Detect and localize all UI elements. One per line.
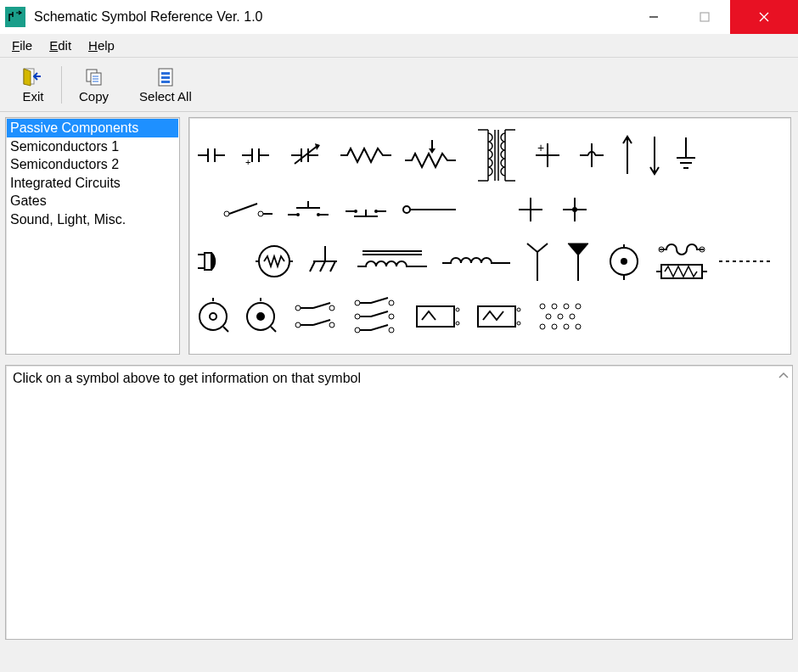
svg-rect-10 <box>161 72 170 75</box>
symbol-relay-spdt[interactable] <box>289 300 340 333</box>
svg-point-57 <box>389 328 394 333</box>
toolbar-separator <box>61 66 62 104</box>
symbol-terminal[interactable] <box>400 201 459 218</box>
symbol-ic-pins[interactable] <box>534 298 582 335</box>
svg-point-24 <box>317 213 320 216</box>
category-item-passive[interactable]: Passive Components <box>7 119 178 137</box>
category-item-sound[interactable]: Sound, Light, Misc. <box>7 210 178 229</box>
symbol-coax-open[interactable] <box>194 298 232 335</box>
symbol-arrow-up[interactable] <box>619 133 636 177</box>
symbol-inductor[interactable] <box>441 251 512 272</box>
category-list[interactable]: Passive Components Semiconductors 1 Semi… <box>5 117 180 355</box>
svg-point-73 <box>564 324 569 329</box>
svg-rect-12 <box>161 81 170 83</box>
symbol-node-cross-1[interactable]: + <box>531 138 565 172</box>
symbol-panel: + + <box>188 117 791 355</box>
svg-point-74 <box>576 324 581 329</box>
category-item-semi1[interactable]: Semiconductors 1 <box>7 137 178 156</box>
symbol-relay-coil-box[interactable] <box>412 300 463 333</box>
symbol-inductor-core[interactable] <box>354 244 430 278</box>
symbol-capacitor-variable[interactable] <box>286 138 329 172</box>
svg-rect-11 <box>161 76 170 79</box>
symbol-speaker[interactable] <box>194 243 242 280</box>
svg-point-54 <box>355 328 360 333</box>
symbol-capacitor-polarized[interactable]: + <box>239 138 276 172</box>
svg-point-28 <box>374 210 378 213</box>
scroll-up-icon[interactable] <box>777 369 790 385</box>
menu-edit[interactable]: Edit <box>41 36 80 54</box>
symbol-resistor[interactable] <box>339 143 393 168</box>
info-text: Click on a symbol above to get informati… <box>13 371 361 385</box>
symbol-switch-spst[interactable] <box>220 199 274 221</box>
svg-point-48 <box>295 305 301 311</box>
main-area: Passive Components Semiconductors 1 Semi… <box>0 112 798 358</box>
svg-point-32 <box>572 207 577 212</box>
copy-button[interactable]: Copy <box>64 61 124 108</box>
category-item-ic[interactable]: Integrated Circuits <box>7 174 178 193</box>
svg-rect-33 <box>205 253 211 270</box>
symbol-lamp[interactable] <box>252 241 296 282</box>
svg-point-72 <box>552 324 557 329</box>
svg-point-60 <box>456 322 459 325</box>
svg-rect-58 <box>417 306 454 327</box>
svg-point-53 <box>355 314 360 319</box>
symbol-wire-dashed[interactable] <box>719 257 770 266</box>
select-all-label: Select All <box>139 89 192 104</box>
symbol-ground[interactable] <box>673 134 699 176</box>
svg-point-39 <box>621 258 627 265</box>
svg-point-51 <box>329 322 334 328</box>
menubar: File Edit Help <box>0 34 798 58</box>
maximize-button[interactable] <box>679 0 730 34</box>
svg-point-68 <box>546 314 551 319</box>
copy-icon <box>84 65 104 89</box>
symbol-capacitor[interactable] <box>194 138 228 172</box>
symbol-arrow-down[interactable] <box>646 133 663 177</box>
symbol-node-cross-2[interactable] <box>575 138 609 172</box>
exit-button[interactable]: Exit <box>7 61 59 108</box>
window-controls <box>628 0 798 34</box>
symbol-chassis-ground[interactable] <box>306 243 344 280</box>
exit-label: Exit <box>22 89 43 104</box>
svg-point-23 <box>296 213 300 216</box>
select-all-icon <box>156 65 175 89</box>
minimize-button[interactable] <box>628 0 679 34</box>
symbol-fuse[interactable] <box>655 241 709 282</box>
category-item-semi2[interactable]: Semiconductors 2 <box>7 155 178 174</box>
titlebar: Schematic Symbol Reference Ver. 1.0 <box>0 0 798 34</box>
symbol-current-source[interactable] <box>604 241 644 282</box>
svg-point-22 <box>258 211 263 216</box>
symbol-potentiometer[interactable] <box>403 137 463 174</box>
toolbar: Exit Copy Select All <box>0 58 798 112</box>
symbol-relay-3pole[interactable] <box>351 296 402 337</box>
menu-file[interactable]: File <box>3 36 41 54</box>
symbol-antenna-filled[interactable] <box>563 240 593 283</box>
svg-point-66 <box>564 304 569 309</box>
svg-rect-61 <box>478 306 515 327</box>
category-item-gates[interactable]: Gates <box>7 192 178 210</box>
svg-point-70 <box>570 314 575 319</box>
close-button[interactable] <box>730 0 798 34</box>
svg-point-50 <box>329 305 334 311</box>
symbol-switch-nc[interactable] <box>342 198 390 221</box>
svg-point-45 <box>210 313 216 320</box>
symbol-pushbutton[interactable] <box>284 198 332 221</box>
symbol-node-cross-3[interactable] <box>514 193 548 227</box>
select-all-button[interactable]: Select All <box>124 61 207 108</box>
svg-point-21 <box>224 211 229 216</box>
svg-point-34 <box>259 246 289 277</box>
menu-help[interactable]: Help <box>80 36 123 54</box>
svg-point-31 <box>403 206 410 213</box>
window-title: Schematic Symbol Reference Ver. 1.0 <box>34 9 628 25</box>
svg-point-56 <box>389 314 394 319</box>
svg-point-49 <box>295 322 301 328</box>
symbol-transformer[interactable] <box>473 125 520 186</box>
symbol-node-cross-4[interactable] <box>558 193 592 227</box>
svg-point-67 <box>576 304 581 309</box>
symbol-relay-coil-box-2[interactable] <box>473 300 524 333</box>
svg-point-27 <box>354 210 357 213</box>
svg-rect-2 <box>700 13 709 21</box>
symbol-coax-dot[interactable] <box>242 298 279 335</box>
svg-point-59 <box>456 308 459 311</box>
info-panel: Click on a symbol above to get informati… <box>5 365 793 640</box>
symbol-antenna[interactable] <box>522 240 553 283</box>
